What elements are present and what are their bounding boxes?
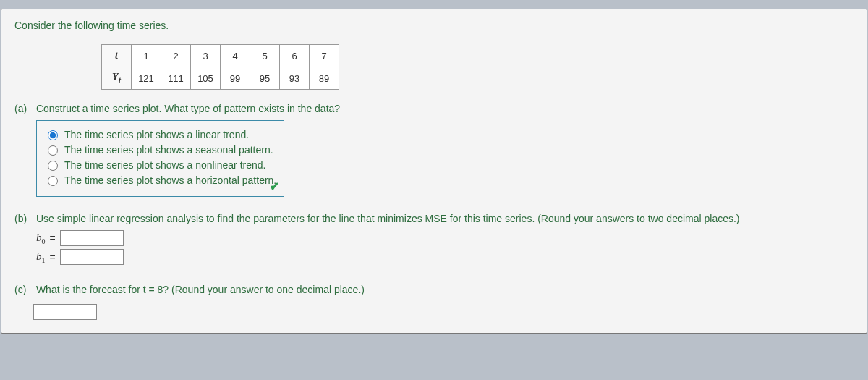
option-label-0: The time series plot shows a linear tren… [64,129,249,140]
t-cell: 3 [191,45,221,67]
part-b: (b) Use simple linear regression analysi… [14,213,854,268]
option-row-0[interactable]: The time series plot shows a linear tren… [44,128,276,140]
y-cell: 89 [310,67,339,90]
y-cell: 99 [221,67,250,90]
radio-option-2[interactable] [48,161,58,171]
row-header-y: Yt [102,67,132,90]
b0-input[interactable] [60,230,124,246]
part-c-question: What is the forecast for t = 8? (Round y… [36,284,832,295]
option-label-1: The time series plot shows a seasonal pa… [64,144,273,156]
t-cell: 6 [280,45,310,67]
t-cell: 4 [221,45,250,67]
y-cell: 121 [132,67,161,90]
option-row-3[interactable]: The time series plot shows a horizontal … [44,174,276,186]
y-cell: 105 [191,67,221,90]
option-row-2[interactable]: The time series plot shows a nonlinear t… [44,159,276,171]
part-a-label: (a) [14,103,33,114]
options-box: The time series plot shows a linear tren… [36,120,284,197]
t-cell: 2 [161,45,191,67]
part-b-label: (b) [14,213,33,224]
time-series-table: t 1 2 3 4 5 6 7 Yt 121 111 105 99 95 93 … [101,44,339,90]
part-c-label: (c) [14,284,33,295]
data-table-wrap: t 1 2 3 4 5 6 7 Yt 121 111 105 99 95 93 … [101,44,854,90]
option-label-3: The time series plot shows a horizontal … [64,174,276,186]
part-a: (a) Construct a time series plot. What t… [14,103,854,197]
t-cell: 7 [310,45,339,67]
y-cell: 111 [161,67,191,90]
b0-symbol: b0 [36,232,46,245]
y-cell: 93 [280,67,310,90]
forecast-input[interactable] [33,304,97,320]
row-header-t: t [102,45,132,67]
b1-input[interactable] [60,249,124,265]
option-row-1[interactable]: The time series plot shows a seasonal pa… [44,143,276,156]
option-label-2: The time series plot shows a nonlinear t… [64,159,266,171]
t-cell: 5 [250,45,280,67]
correct-check-icon: ✔ [270,180,279,193]
y-cell: 95 [250,67,280,90]
radio-option-0[interactable] [48,130,58,140]
part-b-question: Use simple linear regression analysis to… [36,213,832,224]
b0-line: b0 = [36,230,832,246]
part-c-input-wrap [33,304,854,320]
equals-sign: = [49,232,55,244]
part-a-question: Construct a time series plot. What type … [36,103,832,114]
question-card: Consider the following time series. t 1 … [1,9,867,334]
b1-symbol: b1 [36,250,46,264]
intro-text: Consider the following time series. [14,20,854,31]
t-cell: 1 [132,45,161,67]
radio-option-3[interactable] [48,176,58,186]
b1-line: b1 = [36,249,832,265]
part-c: (c) What is the forecast for t = 8? (Rou… [14,284,854,300]
radio-option-1[interactable] [48,145,58,156]
equals-sign: = [49,251,55,263]
